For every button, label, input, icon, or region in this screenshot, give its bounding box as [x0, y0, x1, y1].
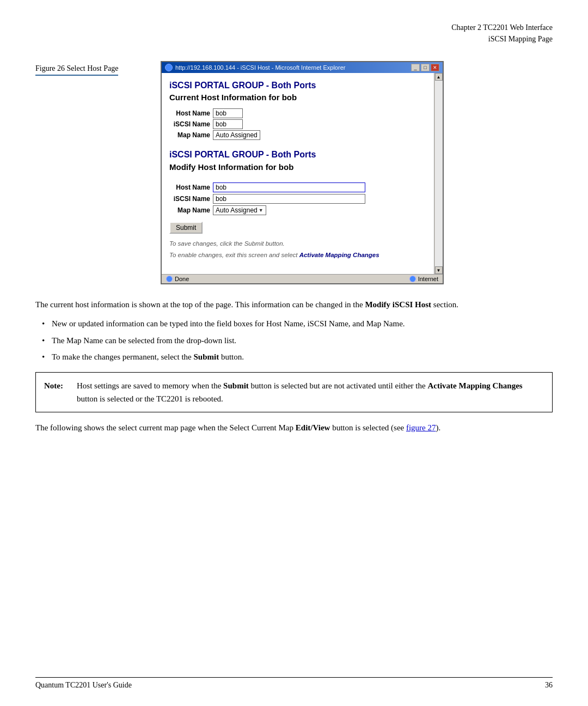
map-name-select[interactable]: Auto Assigned ▼ — [213, 205, 266, 215]
spacer1 — [169, 142, 423, 149]
browser-scrollbar[interactable]: ▲ ▼ — [434, 73, 443, 274]
note-label: Note: — [44, 379, 71, 405]
map-name-label: Map Name — [169, 131, 213, 139]
submit-button[interactable]: Submit — [169, 222, 203, 234]
section2-subtitle: Modify Host Information for bob — [169, 162, 423, 172]
map-name-select-value: Auto Assigned — [216, 206, 258, 214]
para1-suffix: section. — [431, 300, 458, 309]
figure-label-col: Figure 26 Select Host Page — [35, 61, 144, 284]
note-submit-bold: Submit — [223, 381, 249, 390]
scrollbar-track — [435, 81, 443, 266]
statusbar-globe-icon — [166, 276, 173, 282]
map-name-value: Auto Assigned — [213, 130, 260, 140]
bullet-item-3: To make the changes permanent, select th… — [52, 351, 553, 363]
host-name-row-modify: Host Name — [169, 182, 423, 192]
browser-globe-icon — [165, 64, 173, 71]
host-name-label-mod: Host Name — [169, 184, 213, 191]
note-box: Note: Host settings are saved to memory … — [35, 372, 553, 412]
host-name-value: bob — [213, 108, 243, 118]
close-button[interactable]: ✕ — [431, 64, 439, 71]
statusbar-right: Internet — [409, 276, 438, 282]
bullet-list: New or updated information can be typed … — [52, 318, 553, 363]
internet-globe-icon — [409, 276, 416, 282]
browser-titlebar-left: http://192.168.100.144 - iSCSI Host - Mi… — [165, 64, 345, 71]
scroll-up-icon[interactable]: ▲ — [435, 73, 443, 81]
iscsi-name-label: iSCSI Name — [169, 120, 213, 128]
current-info-table: Host Name bob iSCSI Name bob Map Name Au… — [169, 108, 423, 140]
host-name-label: Host Name — [169, 109, 213, 117]
browser-titlebar: http://192.168.100.144 - iSCSI Host - Mi… — [162, 62, 443, 73]
para2-mid: button is selected (see — [330, 423, 406, 432]
bullet1-text: New or updated information can be typed … — [52, 319, 405, 328]
para2-suffix: ). — [436, 423, 441, 432]
iscsi-name-input[interactable] — [213, 194, 365, 204]
para2-prefix: The following shows the select current m… — [35, 423, 296, 432]
bullet-item-1: New or updated information can be typed … — [52, 318, 553, 330]
figure27-link[interactable]: figure 27 — [406, 423, 436, 432]
browser-titlebar-buttons: _ □ ✕ — [411, 64, 439, 71]
map-name-label-mod: Map Name — [169, 206, 213, 214]
scroll-down-icon[interactable]: ▼ — [435, 266, 443, 274]
header-line2: iSCSI Mapping Page — [35, 33, 553, 45]
current-host-section: iSCSI PORTAL GROUP - Both Ports Current … — [169, 80, 423, 140]
iscsi-name-row-current: iSCSI Name bob — [169, 119, 423, 129]
bullet3-bold: Submit — [194, 352, 219, 361]
footer-left: Quantum TC2201 User's Guide — [35, 681, 132, 690]
body-text-area: The current host information is shown at… — [35, 298, 553, 434]
save-info-text: To save changes, click the Submit button… — [169, 239, 423, 248]
bullet3-prefix: To make the changes permanent, select th… — [52, 352, 194, 361]
enable-info-text: To enable changes, exit this screen and … — [169, 251, 423, 260]
browser-content: iSCSI PORTAL GROUP - Both Ports Current … — [162, 73, 434, 274]
bullet3-suffix: button. — [219, 352, 244, 361]
content-area: Figure 26 Select Host Page http://192.16… — [35, 61, 553, 284]
body-para2: The following shows the select current m… — [35, 421, 553, 434]
browser-title: http://192.168.100.144 - iSCSI Host - Mi… — [175, 64, 345, 71]
page-footer: Quantum TC2201 User's Guide 36 — [35, 677, 553, 690]
header-line1: Chapter 2 TC2201 Web Interface — [35, 22, 553, 33]
para1-bold: Modify iSCSI Host — [365, 300, 431, 309]
map-name-row-modify: Map Name Auto Assigned ▼ — [169, 205, 423, 215]
host-name-row-current: Host Name bob — [169, 108, 423, 118]
bullet-item-2: The Map Name can be selected from the dr… — [52, 334, 553, 347]
section2-title: iSCSI PORTAL GROUP - Both Ports — [169, 149, 423, 161]
note-text-prefix: Host settings are saved to memory when t… — [77, 381, 223, 390]
modify-info-table: Host Name iSCSI Name Map Name Auto Assi — [169, 182, 423, 215]
modify-host-section: iSCSI PORTAL GROUP - Both Ports Modify H… — [169, 149, 423, 260]
browser-window: http://192.168.100.144 - iSCSI Host - Mi… — [161, 61, 444, 284]
statusbar-zone: Internet — [418, 276, 438, 282]
note-text-mid: button is selected but are not activated… — [249, 381, 428, 390]
section1-subtitle: Current Host Information for bob — [169, 93, 423, 102]
iscsi-name-label-mod: iSCSI Name — [169, 195, 213, 203]
chevron-down-icon: ▼ — [259, 208, 264, 213]
note-activate-bold: Activate Mapping Changes — [427, 381, 522, 390]
para1-text: The current host information is shown at… — [35, 300, 365, 309]
spacer2 — [169, 178, 423, 182]
section1-title: iSCSI PORTAL GROUP - Both Ports — [169, 80, 423, 92]
statusbar-done: Done — [175, 276, 189, 282]
browser-content-wrapper: iSCSI PORTAL GROUP - Both Ports Current … — [162, 73, 443, 274]
note-content: Host settings are saved to memory when t… — [77, 379, 544, 405]
iscsi-name-row-modify: iSCSI Name — [169, 194, 423, 204]
bullet2-text: The Map Name can be selected from the dr… — [52, 336, 236, 345]
statusbar-left: Done — [166, 276, 189, 282]
body-para1: The current host information is shown at… — [35, 298, 553, 311]
iscsi-name-value: bob — [213, 119, 243, 129]
activate-mapping-link[interactable]: Activate Mapping Changes — [299, 252, 379, 258]
map-name-row-current: Map Name Auto Assigned — [169, 130, 423, 140]
figure-label: Figure 26 Select Host Page — [35, 64, 118, 76]
page: Chapter 2 TC2201 Web Interface iSCSI Map… — [0, 0, 588, 706]
page-header: Chapter 2 TC2201 Web Interface iSCSI Map… — [35, 22, 553, 45]
footer-right: 36 — [545, 681, 553, 690]
para2-bold: Edit/View — [296, 423, 330, 432]
note-text-suffix: button is selected or the TC2201 is rebo… — [77, 394, 223, 403]
spacer3 — [169, 262, 423, 267]
minimize-button[interactable]: _ — [411, 64, 420, 71]
browser-statusbar: Done Internet — [162, 274, 443, 283]
host-name-input[interactable] — [213, 182, 365, 192]
maximize-button[interactable]: □ — [421, 64, 430, 71]
